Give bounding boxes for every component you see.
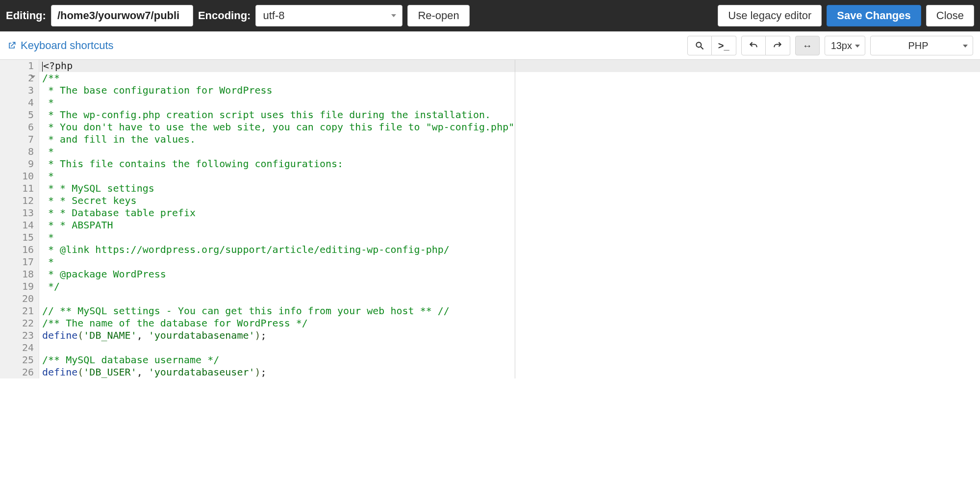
external-link-icon [7,41,17,50]
code-line[interactable]: * You don't have to use the web site, yo… [39,121,980,133]
encoding-value: utf-8 [263,9,284,22]
font-size-select[interactable]: 13px [825,36,865,55]
line-number: 25 [0,354,39,366]
legacy-editor-button[interactable]: Use legacy editor [718,5,822,26]
font-size-value: 13px [831,40,852,51]
undo-button[interactable] [741,36,766,55]
code-line[interactable]: * * Database table prefix [39,207,980,219]
code-line[interactable] [39,293,980,305]
code-line[interactable]: define('DB_USER', 'yourdatabaseuser'); [39,366,980,378]
file-path-input[interactable] [51,5,193,26]
header-left: Editing: Encoding: utf-8 Re-open [6,5,713,26]
line-number: 23 [0,329,39,342]
svg-line-1 [701,47,703,50]
line-number: 19 [0,280,39,293]
code-line[interactable]: /** MySQL database username */ [39,354,980,366]
line-number: 26 [0,366,39,378]
gutter: 1234567891011121314151617181920212223242… [0,60,39,378]
code-line[interactable]: <?php [39,60,980,72]
fold-icon[interactable] [30,75,35,78]
save-changes-button[interactable]: Save Changes [827,5,921,26]
code-line[interactable]: * @package WordPress [39,268,980,280]
wrap-toggle-button[interactable]: ↔ [795,36,820,55]
code-line[interactable]: * * Secret keys [39,195,980,207]
redo-icon [773,41,782,50]
line-number: 9 [0,158,39,170]
line-number: 7 [0,133,39,146]
code-line[interactable]: * The wp-config.php creation script uses… [39,109,980,121]
line-number: 4 [0,97,39,109]
code-line[interactable]: * [39,146,980,158]
code-line[interactable]: * and fill in the values. [39,133,980,146]
undo-group [741,36,790,55]
line-number: 10 [0,170,39,182]
code-line[interactable]: * The base configuration for WordPress [39,84,980,97]
keyboard-shortcuts-label: Keyboard shortcuts [21,39,114,52]
code-line[interactable]: * This file contains the following confi… [39,158,980,170]
code-line[interactable]: */ [39,280,980,293]
console-icon: >_ [718,40,729,51]
code-line[interactable]: /** The name of the database for WordPre… [39,317,980,329]
console-button[interactable]: >_ [712,36,736,55]
language-value: PHP [908,40,928,51]
code-line[interactable]: /** [39,72,980,84]
line-number: 6 [0,121,39,133]
code-area[interactable]: <?php/** * The base configuration for Wo… [39,60,980,378]
keyboard-shortcuts-link[interactable]: Keyboard shortcuts [7,39,114,52]
reopen-button[interactable]: Re-open [407,5,469,26]
code-line[interactable]: * @link https://wordpress.org/support/ar… [39,244,980,256]
line-number: 2 [0,72,39,84]
search-group: >_ [687,36,736,55]
line-number: 14 [0,219,39,231]
code-line[interactable]: define('DB_NAME', 'yourdatabasename'); [39,329,980,342]
code-line[interactable]: // ** MySQL settings - You can get this … [39,305,980,317]
line-number: 15 [0,231,39,244]
line-number: 5 [0,109,39,121]
code-line[interactable] [39,342,980,354]
line-number: 24 [0,342,39,354]
line-number: 12 [0,195,39,207]
toolbar: Keyboard shortcuts >_ ↔ 13px PHP [0,31,980,59]
wrap-group: ↔ [795,36,820,55]
line-number: 13 [0,207,39,219]
code-line[interactable]: * [39,97,980,109]
line-number: 18 [0,268,39,280]
code-line[interactable]: * [39,256,980,268]
code-line[interactable]: * [39,231,980,244]
header-right: Use legacy editor Save Changes Close [718,5,974,26]
print-margin [515,60,515,378]
line-number: 3 [0,84,39,97]
line-number: 22 [0,317,39,329]
undo-icon [749,41,758,50]
line-number: 1 [0,60,39,72]
header-bar: Editing: Encoding: utf-8 Re-open Use leg… [0,0,980,31]
line-number: 21 [0,305,39,317]
line-number: 8 [0,146,39,158]
editing-label: Editing: [6,9,46,22]
search-icon [695,41,704,50]
line-number: 17 [0,256,39,268]
line-number: 20 [0,293,39,305]
search-button[interactable] [687,36,712,55]
line-number: 16 [0,244,39,256]
svg-point-0 [696,42,701,47]
code-line[interactable]: * * ABSPATH [39,219,980,231]
redo-button[interactable] [766,36,790,55]
encoding-label: Encoding: [198,9,251,22]
editor[interactable]: 1234567891011121314151617181920212223242… [0,59,980,378]
code-line[interactable]: * [39,170,980,182]
code-line[interactable]: * * MySQL settings [39,182,980,195]
language-select[interactable]: PHP [870,36,973,55]
wrap-icon: ↔ [803,40,812,51]
close-button[interactable]: Close [926,5,974,26]
encoding-select[interactable]: utf-8 [255,5,402,26]
line-number: 11 [0,182,39,195]
